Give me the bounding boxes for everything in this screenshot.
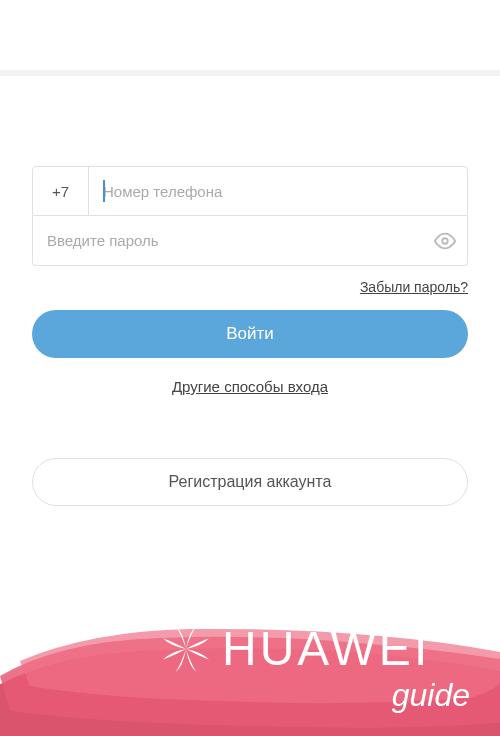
brush-stroke-bg (0, 556, 500, 736)
password-field-row (32, 216, 468, 266)
forgot-password-link[interactable]: Забыли пароль? (360, 279, 468, 295)
svg-point-0 (442, 238, 448, 244)
watermark-overlay: HUAWEI guide (0, 546, 500, 736)
show-password-icon[interactable] (423, 230, 467, 252)
password-input[interactable] (33, 232, 423, 249)
guide-text: guide (392, 677, 470, 714)
top-spacer (0, 0, 500, 70)
other-login-container: Другие способы входа (32, 378, 468, 396)
brand-logo: HUAWEI (160, 621, 430, 676)
login-form: +7 Забыли пароль? Войти Другие способы в… (0, 76, 500, 396)
huawei-logo-icon (160, 623, 212, 675)
phone-field-row: +7 (32, 166, 468, 216)
forgot-password-container: Забыли пароль? (32, 278, 468, 296)
other-login-methods-link[interactable]: Другие способы входа (172, 378, 328, 395)
phone-input[interactable] (89, 167, 467, 215)
country-code-selector[interactable]: +7 (33, 167, 89, 215)
brand-name: HUAWEI (222, 621, 430, 676)
register-button[interactable]: Регистрация аккаунта (32, 458, 468, 506)
login-button[interactable]: Войти (32, 310, 468, 358)
